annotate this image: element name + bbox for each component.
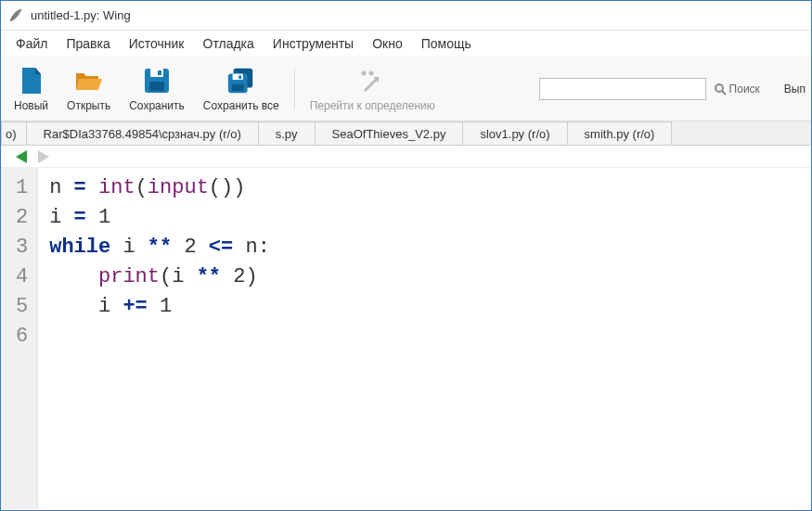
tab-cutoff-left[interactable]: o)	[1, 121, 27, 145]
menu-help[interactable]: Помощь	[412, 32, 481, 55]
search-input[interactable]	[540, 79, 705, 99]
tab-s[interactable]: s.py	[259, 121, 316, 145]
tab-srznach[interactable]: Rar$DIa33768.49854\срзнач.py (r/o)	[27, 121, 259, 145]
svg-rect-9	[231, 83, 243, 91]
svg-line-13	[722, 91, 726, 95]
menubar: Файл Правка Источник Отладка Инструменты…	[1, 31, 811, 57]
open-folder-icon	[74, 66, 104, 96]
menu-edit[interactable]: Правка	[57, 32, 119, 55]
save-icon	[142, 66, 172, 96]
save-label: Сохранить	[129, 99, 185, 112]
tab-slov1[interactable]: slov1.py (r/o)	[463, 121, 567, 145]
menu-debug[interactable]: Отладка	[194, 32, 264, 55]
nav-forward-icon[interactable]	[38, 150, 49, 163]
code-editor[interactable]: 123456 n = int(input())i = 1while i ** 2…	[1, 168, 811, 509]
menu-tools[interactable]: Инструменты	[264, 32, 363, 55]
search-label-text: Поиск	[729, 83, 760, 96]
toolbar-cutoff-text: Вып	[766, 83, 807, 96]
search-button[interactable]: Поиск	[708, 83, 766, 96]
goto-definition-button: Перейти к определению	[303, 60, 443, 118]
save-button[interactable]: Сохранить	[122, 60, 192, 118]
new-file-button[interactable]: Новый	[6, 60, 56, 118]
code-line[interactable]: n = int(input())	[49, 173, 270, 203]
file-tabs: o) Rar$DIa33768.49854\срзнач.py (r/o) s.…	[1, 121, 811, 146]
goto-definition-label: Перейти к определению	[310, 99, 435, 112]
nav-back-icon[interactable]	[16, 150, 27, 163]
toolbar-separator	[294, 68, 295, 110]
search-box[interactable]	[539, 78, 706, 100]
svg-rect-3	[158, 70, 161, 75]
svg-rect-7	[232, 73, 242, 80]
window-titlebar: untitled-1.py: Wing	[1, 1, 811, 31]
line-number: 1	[16, 173, 28, 203]
code-area[interactable]: n = int(input())i = 1while i ** 2 <= n: …	[38, 168, 270, 509]
save-all-label: Сохранить все	[203, 99, 279, 112]
svg-rect-4	[149, 82, 164, 91]
code-line[interactable]: i += 1	[49, 292, 270, 322]
save-all-button[interactable]: Сохранить все	[196, 60, 287, 118]
menu-window[interactable]: Окно	[363, 32, 412, 55]
app-icon	[8, 8, 23, 23]
save-all-icon	[226, 66, 256, 96]
search-icon	[714, 83, 727, 96]
window-title: untitled-1.py: Wing	[31, 8, 131, 22]
line-number: 4	[16, 262, 28, 292]
new-file-icon	[17, 66, 46, 96]
svg-point-12	[715, 84, 723, 92]
svg-point-10	[362, 70, 367, 75]
toolbar: Новый Открыть Сохранить	[1, 57, 811, 121]
svg-point-11	[369, 70, 374, 75]
open-file-label: Открыть	[67, 99, 110, 112]
goto-definition-icon	[357, 66, 387, 96]
code-line[interactable]: i = 1	[49, 203, 270, 233]
code-line[interactable]: print(i ** 2)	[49, 262, 270, 292]
line-number: 3	[16, 233, 28, 262]
menu-source[interactable]: Источник	[120, 32, 194, 55]
line-number: 5	[16, 292, 28, 322]
code-line[interactable]: while i ** 2 <= n:	[49, 233, 270, 262]
svg-rect-8	[238, 75, 241, 79]
line-number: 6	[16, 322, 28, 351]
line-number-gutter: 123456	[1, 168, 38, 509]
new-file-label: Новый	[14, 99, 48, 112]
menu-file[interactable]: Файл	[6, 32, 57, 55]
line-number: 2	[16, 203, 28, 233]
editor-nav-bar	[1, 146, 811, 168]
code-line[interactable]	[49, 322, 270, 351]
tab-seaofthieves[interactable]: SeaOfThieves_V2.py	[316, 121, 464, 145]
tab-smith[interactable]: smith.py (r/o)	[568, 121, 673, 145]
open-file-button[interactable]: Открыть	[59, 60, 118, 118]
